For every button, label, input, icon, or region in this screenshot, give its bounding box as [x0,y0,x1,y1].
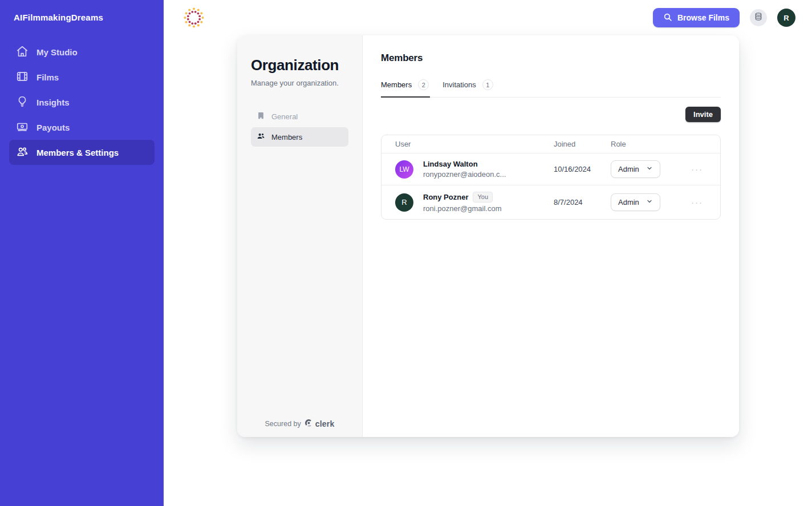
member-email: roni.pozner@gmail.com [423,204,501,213]
sidebar: AIFilmmakingDreams My Studio Films Insig… [0,0,164,506]
member-name: Rony Pozner [423,193,468,201]
browse-films-label: Browse Films [677,13,729,22]
you-badge: You [473,192,493,203]
tab-members-count-badge: 2 [418,79,429,90]
people-icon [257,132,265,142]
clerk-logo-icon [304,419,313,429]
column-header-joined: Joined [554,140,611,148]
user-avatar[interactable]: R [777,9,795,27]
clerk-wordmark: clerk [315,419,335,428]
sidebar-item-films[interactable]: Films [9,64,155,90]
members-tabs: Members 2 Invitations 1 [381,79,721,98]
table-row: LW Lindsay Walton ronypozner@aiodeon.c..… [381,153,720,185]
sidebar-item-label: My Studio [36,47,78,57]
members-panel: Members Members 2 Invitations 1 Invite U… [363,35,739,437]
page: AIFilmmakingDreams My Studio Films Insig… [0,0,812,506]
invite-button[interactable]: Invite [685,107,721,122]
organization-card: Organization Manage your organization. G… [237,35,739,437]
sidebar-item-label: Members & Settings [36,148,119,157]
invite-row: Invite [381,107,721,122]
tab-invitations-count-badge: 1 [482,79,493,90]
members-heading: Members [381,52,721,64]
sidebar-item-my-studio[interactable]: My Studio [9,39,155,64]
tab-invitations-label: Invitations [442,80,476,89]
database-icon [754,12,763,23]
organization-panel: Organization Manage your organization. G… [237,35,363,437]
brand-name: AIFilmmakingDreams [9,13,155,22]
table-header: User Joined Role [381,135,720,153]
sidebar-nav: My Studio Films Insights Payouts Members… [9,39,155,165]
browse-films-button[interactable]: Browse Films [653,8,740,27]
role-value: Admin [618,198,639,207]
secured-by-clerk: Secured by clerk [237,419,362,429]
page-title: Organization [251,56,348,74]
organization-nav: General Members [251,107,348,147]
table-row: R Rony Pozner You roni.pozner@gmail.com … [381,185,720,219]
joined-date: 8/7/2024 [554,198,611,207]
lightbulb-icon [16,95,29,110]
members-table: User Joined Role LW Lindsay Walton ro [381,135,721,220]
chevron-down-icon [646,198,653,207]
org-nav-label: Members [271,133,302,141]
role-dropdown[interactable]: Admin [611,193,660,211]
member-name: Lindsay Walton [423,160,478,168]
users-icon [16,145,29,160]
tab-members[interactable]: Members 2 [381,79,430,98]
search-icon [663,13,672,23]
page-subtitle: Manage your organization. [251,79,348,87]
avatar: LW [395,160,413,179]
topbar-controls: Browse Films R [653,8,795,27]
role-dropdown[interactable]: Admin [611,160,660,178]
joined-date: 10/16/2024 [554,165,611,173]
banknote-icon [16,120,29,135]
member-email: ronypozner@aiodeon.c... [423,170,506,179]
home-icon [16,45,29,59]
clerk-link[interactable]: clerk [304,419,335,429]
user-cell: LW Lindsay Walton ronypozner@aiodeon.c..… [395,153,554,185]
avatar-initials: R [401,198,407,207]
sidebar-item-members-settings[interactable]: Members & Settings [9,140,155,165]
building-icon [257,111,265,122]
sidebar-item-label: Insights [36,98,70,107]
sidebar-item-insights[interactable]: Insights [9,90,155,115]
sidebar-item-payouts[interactable]: Payouts [9,115,155,140]
role-cell: Admin ··· [611,160,720,178]
sidebar-item-label: Films [36,72,59,82]
column-header-user: User [395,140,554,148]
org-nav-label: General [271,112,298,121]
loading-spinner [184,7,204,28]
user-avatar-initial: R [783,14,789,22]
row-menu-button[interactable]: ··· [690,196,704,209]
role-value: Admin [618,165,639,173]
chevron-down-icon [646,165,653,173]
avatar-initials: LW [399,165,409,173]
column-header-role: Role [611,140,720,148]
avatar: R [395,193,413,212]
tab-members-label: Members [381,80,412,89]
secured-by-label: Secured by [265,420,301,428]
database-button[interactable] [750,9,767,26]
org-nav-general[interactable]: General [251,107,348,126]
tab-invitations[interactable]: Invitations 1 [442,79,494,98]
user-cell: R Rony Pozner You roni.pozner@gmail.com [395,185,554,219]
sidebar-item-label: Payouts [36,123,70,132]
org-nav-members[interactable]: Members [251,127,348,147]
role-cell: Admin ··· [611,193,720,211]
film-icon [16,70,29,84]
row-menu-button[interactable]: ··· [690,163,704,176]
